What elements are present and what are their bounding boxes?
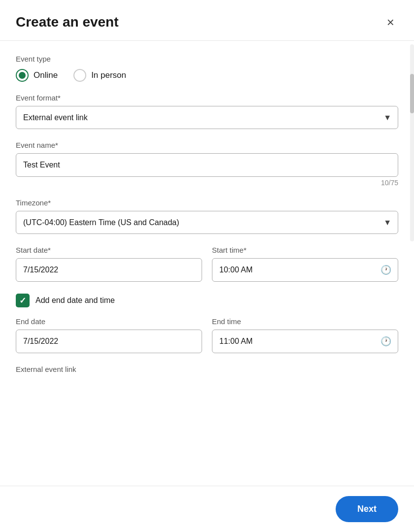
timezone-section: Timezone* (UTC-04:00) Eastern Time (US a…: [16, 199, 398, 234]
timezone-select[interactable]: (UTC-04:00) Eastern Time (US and Canada)…: [16, 211, 398, 234]
start-date-input-wrapper: [16, 258, 202, 282]
radio-online-circle: [16, 69, 29, 82]
radio-online-label: Online: [34, 70, 58, 80]
event-type-label: Event type: [16, 55, 398, 63]
end-time-col: End time 🕐: [212, 317, 398, 353]
event-format-section: Event format* External event linkWebinar…: [16, 94, 398, 129]
timezone-select-wrapper: (UTC-04:00) Eastern Time (US and Canada)…: [16, 211, 398, 234]
dialog-header: Create an event ×: [0, 0, 414, 41]
start-date-col: Start date*: [16, 246, 202, 282]
end-date-input[interactable]: [16, 330, 202, 353]
radio-in-person-label: In person: [91, 70, 126, 80]
radio-in-person[interactable]: In person: [73, 69, 126, 82]
end-datetime-grid: End date End time 🕐: [16, 317, 398, 353]
scrollbar-thumb[interactable]: [410, 74, 414, 113]
start-time-input-wrapper: 🕐: [212, 258, 398, 282]
radio-online[interactable]: Online: [16, 69, 58, 82]
event-type-radio-group: Online In person: [16, 69, 398, 82]
end-time-input-wrapper: 🕐: [212, 330, 398, 353]
start-date-label: Start date*: [16, 246, 202, 254]
event-type-section: Event type Online In person: [16, 55, 398, 82]
start-time-input[interactable]: [212, 258, 398, 282]
event-name-input[interactable]: [16, 153, 398, 177]
end-datetime-section: End date End time 🕐: [16, 317, 398, 353]
event-format-label: Event format*: [16, 94, 398, 102]
timezone-label: Timezone*: [16, 199, 398, 207]
start-datetime-grid: Start date* Start time* 🕐: [16, 246, 398, 282]
start-datetime-section: Start date* Start time* 🕐: [16, 246, 398, 282]
radio-in-person-circle: [73, 69, 86, 82]
end-date-label: End date: [16, 317, 202, 326]
add-end-datetime-label: Add end date and time: [35, 296, 115, 305]
end-date-col: End date: [16, 317, 202, 353]
dialog-body: Event type Online In person Event format…: [0, 41, 414, 387]
external-event-link-label: External event link: [16, 365, 398, 373]
end-time-input[interactable]: [212, 330, 398, 353]
create-event-dialog: Create an event × Event type Online In p…: [0, 0, 414, 532]
start-time-col: Start time* 🕐: [212, 246, 398, 282]
event-name-char-count: 10/75: [16, 179, 398, 187]
event-name-label: Event name*: [16, 141, 398, 149]
end-date-input-wrapper: [16, 330, 202, 353]
checkmark-icon: ✓: [19, 296, 26, 306]
add-end-datetime-row: ✓ Add end date and time: [16, 294, 398, 307]
event-name-section: Event name* 10/75: [16, 141, 398, 187]
close-button[interactable]: ×: [383, 14, 398, 31]
add-end-datetime-checkbox[interactable]: ✓: [16, 294, 30, 307]
start-date-input[interactable]: [16, 258, 202, 282]
dialog-footer: Next: [0, 486, 414, 532]
scrollbar-track[interactable]: [410, 44, 414, 241]
event-format-select[interactable]: External event linkWebinarVideo callIn-p…: [16, 106, 398, 129]
next-button[interactable]: Next: [336, 496, 398, 522]
event-format-select-wrapper: External event linkWebinarVideo callIn-p…: [16, 106, 398, 129]
dialog-title: Create an event: [16, 14, 119, 30]
end-time-label: End time: [212, 317, 398, 326]
start-time-label: Start time*: [212, 246, 398, 254]
